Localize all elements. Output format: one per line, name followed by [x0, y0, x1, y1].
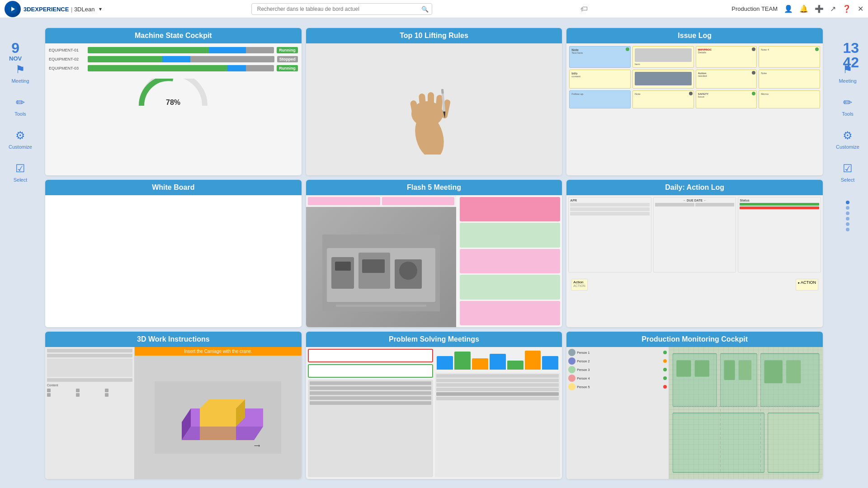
- wi-left-panel: Content: [45, 347, 135, 479]
- main-grid: Machine State Cockpit EQUIPMENT-01 Runni…: [41, 23, 827, 483]
- svg-rect-40: [739, 360, 751, 380]
- tile-top10-lifting[interactable]: Top 10 Lifting Rules: [306, 28, 562, 175]
- header-right: Production TEAM 👤 🔔 ➕ ↗ ❓ ✕: [731, 5, 863, 13]
- brand-text: 3DEXPERIENCE | 3DLean: [24, 5, 94, 13]
- svg-rect-22: [336, 305, 426, 307]
- tile-body-dal: APR → DUE DATE ← Status: [566, 195, 823, 327]
- add-icon[interactable]: ➕: [815, 5, 824, 13]
- tile-header-dal: Daily: Action Log: [566, 180, 823, 195]
- help-icon[interactable]: ❓: [842, 5, 851, 13]
- sticky-note-8: Note: [759, 70, 820, 89]
- svg-rect-36: [768, 413, 819, 472]
- dal-panel-1: APR: [568, 197, 651, 272]
- svg-text:78%: 78%: [166, 99, 180, 106]
- svg-rect-19: [362, 259, 385, 273]
- sticky-note-9: Follow-up: [569, 90, 631, 108]
- sticky-note-5: Info content: [569, 70, 631, 89]
- customize-icon-left: ⚙: [15, 129, 25, 142]
- factory-svg: [322, 235, 440, 311]
- tile-header-issue-log: Issue Log: [566, 28, 823, 43]
- tile-body-lifting: [306, 43, 562, 175]
- tile-production-monitoring[interactable]: Production Monitoring Cockpit Person 1 P…: [566, 332, 823, 479]
- tile-header-whiteboard: White Board: [45, 180, 302, 195]
- msc-gauge: 78%: [132, 79, 214, 110]
- logo[interactable]: 3DEXPERIENCE | 3DLean ▾: [5, 1, 102, 17]
- tile-header-pm: Production Monitoring Cockpit: [566, 332, 823, 347]
- meeting-icon-left: ⚑: [15, 63, 25, 76]
- svg-rect-38: [695, 360, 709, 377]
- sidebar-right: 13 42 ⚑ Meeting ✏ Tools ⚙ Customize ☑ Se…: [827, 18, 868, 488]
- sticky-note-4: Note 4: [759, 46, 820, 68]
- tile-header-machine-state: Machine State Cockpit: [45, 28, 302, 43]
- ps-bar-chart: [435, 349, 560, 371]
- sidebar-item-select-right[interactable]: ☑ Select: [841, 162, 855, 183]
- date-widget: 9 NOV: [9, 41, 22, 62]
- tile-body-wi: Content Insert the Carriage with the cra…: [45, 347, 302, 479]
- tile-whiteboard[interactable]: White Board: [45, 180, 302, 327]
- select-icon-right: ☑: [843, 162, 853, 175]
- pm-floor-grid: [669, 347, 823, 479]
- tag-icon[interactable]: 🏷: [580, 5, 588, 13]
- tile-body-machine-state: EQUIPMENT-01 Running EQUIPMENT-02: [45, 43, 302, 175]
- wi-banner: Insert the Carriage with the crane.: [135, 347, 301, 356]
- sidebar-item-meeting-left[interactable]: ⚑ Meeting: [11, 63, 29, 84]
- tile-3d-work-instructions[interactable]: 3D Work Instructions Content: [45, 332, 302, 479]
- tile-daily-action-log[interactable]: Daily: Action Log APR → DUE DATE ←: [566, 180, 823, 327]
- sidebar-item-select-left[interactable]: ☑ Select: [14, 162, 28, 183]
- customize-icon-right: ⚙: [843, 129, 853, 142]
- sticky-note-12: Memo: [759, 90, 820, 108]
- sidebar-item-tools-left[interactable]: ✏ Tools: [14, 96, 26, 117]
- svg-rect-39: [724, 360, 735, 380]
- svg-rect-12: [441, 89, 444, 94]
- tile-body-flash5: [306, 195, 562, 327]
- wi-3d-view: ⟶: [135, 356, 301, 479]
- pm-personnel-table: Person 1 Person 2 Person 3: [568, 349, 667, 390]
- select-icon-left: ☑: [15, 162, 25, 175]
- notify-icon[interactable]: 🔔: [799, 5, 808, 13]
- close-icon[interactable]: ✕: [858, 5, 863, 13]
- svg-rect-41: [764, 360, 782, 383]
- flash5-factory: [306, 195, 457, 327]
- tools-icon-left: ✏: [16, 96, 25, 109]
- svg-text:⟶: ⟶: [254, 443, 260, 448]
- svg-point-20: [399, 262, 417, 280]
- pm-list-panel: Person 1 Person 2 Person 3: [566, 347, 669, 479]
- ps-green-box: [308, 364, 433, 378]
- tile-problem-solving[interactable]: Problem Solving Meetings: [306, 332, 562, 479]
- tile-flash5[interactable]: Flash 5 Meeting: [306, 180, 562, 327]
- tile-body-whiteboard: [45, 195, 302, 327]
- dal-panel-3: Status: [738, 197, 821, 272]
- sticky-note-3: WIP/PROC Details: [696, 46, 757, 68]
- svg-rect-37: [676, 360, 691, 377]
- time-widget: 13 42: [843, 41, 859, 70]
- msc-row-1: EQUIPMENT-01 Running: [49, 47, 298, 53]
- sidebar-item-tools-right[interactable]: ✏ Tools: [842, 96, 854, 117]
- user-icon[interactable]: 👤: [784, 5, 793, 13]
- action-tag-2: ● ACTION: [796, 279, 818, 291]
- flash5-right-panel: [458, 195, 562, 327]
- share-icon[interactable]: ↗: [830, 5, 836, 13]
- sidebar-item-customize-left[interactable]: ⚙ Customize: [9, 129, 32, 150]
- svg-rect-18: [335, 262, 351, 271]
- app-header: 3DEXPERIENCE | 3DLean ▾ 🔍 🏷 Production T…: [0, 0, 868, 18]
- ps-right-panel: [435, 349, 560, 477]
- sticky-note-10: Note: [632, 90, 694, 108]
- ps-data-table: [435, 373, 560, 477]
- sidebar-item-customize-right[interactable]: ⚙ Customize: [836, 129, 859, 150]
- tile-header-lifting: Top 10 Lifting Rules: [306, 28, 562, 43]
- ps-left-panel: [308, 349, 433, 477]
- search-input[interactable]: [251, 3, 432, 15]
- sticky-note-1: Note Text here: [569, 46, 631, 68]
- tile-body-pm: Person 1 Person 2 Person 3: [566, 347, 823, 479]
- tile-issue-log[interactable]: Issue Log Note Text here Item WIP/PROC D…: [566, 28, 823, 175]
- svg-rect-42: [786, 360, 801, 383]
- tile-header-flash5: Flash 5 Meeting: [306, 180, 562, 195]
- tile-body-ps: [306, 347, 562, 479]
- search-icon: 🔍: [421, 5, 429, 12]
- tile-machine-state-cockpit[interactable]: Machine State Cockpit EQUIPMENT-01 Runni…: [45, 28, 302, 175]
- action-tag-1: Action ACTION: [571, 279, 587, 291]
- dropdown-icon[interactable]: ▾: [99, 6, 102, 12]
- dal-panel-2: → DUE DATE ←: [653, 197, 736, 272]
- hand-illustration: [393, 64, 475, 155]
- tile-header-ps: Problem Solving Meetings: [306, 332, 562, 347]
